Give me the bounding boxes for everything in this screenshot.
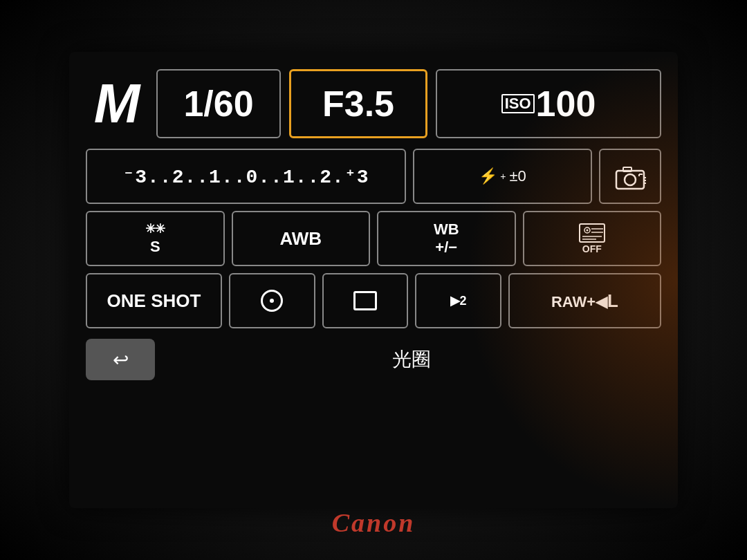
flash-icon: ⚡ [479,167,497,185]
camera-screen: M 1/60 F3.5 ISO 100 ⁻3..2..1..0..1..2.⁺3… [69,52,678,508]
back-button[interactable]: ↩ [86,339,155,380]
flash-icon-plus: + [500,171,506,182]
image-quality-cell[interactable]: RAW+◀L [508,273,661,328]
iso-label: ISO [501,94,535,113]
svg-point-10 [586,229,588,231]
picture-style-icon: OFF [579,223,605,254]
exposure-scale-value: ⁻3..2..1..0..1..2.⁺3 [122,165,369,188]
row-bottom: ↩ 光圈 [86,335,661,384]
shutter-speed-cell[interactable]: 1/60 [156,69,281,138]
metering-cell[interactable] [229,273,315,328]
scene-icon: ✳✳ S [145,221,165,256]
wb-adj-cell[interactable]: WB+/− [377,211,516,266]
flash-comp-value: ±0 [509,167,526,185]
focus-mode-value: ONE SHOT [107,290,201,312]
row-wb-settings: ✳✳ S AWB WB+/− [86,211,661,266]
drive-mode-cell[interactable] [322,273,409,328]
svg-point-1 [625,174,636,185]
iso-cell[interactable]: ISO 100 [436,69,661,138]
awb-value: AWB [279,228,322,250]
camera-body: M 1/60 F3.5 ISO 100 ⁻3..2..1..0..1..2.⁺3… [0,0,747,560]
row-shoot-settings: ONE SHOT ▶2 RAW+◀L [86,273,661,328]
canon-logo: Canon [332,507,416,538]
row-exposure-settings: M 1/60 F3.5 ISO 100 [86,66,661,142]
flash-comp-cell[interactable]: ⚡ + ±0 [413,149,592,204]
awb-cell[interactable]: AWB [232,211,371,266]
focus-mode-cell[interactable]: ONE SHOT [86,273,222,328]
camera-icon [613,162,647,190]
drive-icon [353,291,377,310]
af-point-value: ▶2 [450,293,467,308]
svg-rect-2 [623,167,631,171]
aperture-label-cn: 光圈 [162,346,661,373]
aperture-cell[interactable]: F3.5 [289,69,427,138]
camera-mode-cell[interactable] [599,149,661,204]
scene-cell[interactable]: ✳✳ S [86,211,225,266]
iso-value: 100 [536,83,596,124]
exposure-scale-cell[interactable]: ⁻3..2..1..0..1..2.⁺3 [86,149,406,204]
metering-icon [261,290,283,312]
picture-style-off: OFF [582,243,602,254]
image-quality-value: RAW+◀L [551,290,618,312]
af-point-cell[interactable]: ▶2 [415,273,501,328]
wb-adj-value: WB+/− [434,221,459,257]
picture-style-cell[interactable]: OFF [523,211,662,266]
row-exposure-comp: ⁻3..2..1..0..1..2.⁺3 ⚡ + ±0 [86,149,661,204]
aperture-value: F3.5 [322,83,394,124]
shooting-mode[interactable]: M [86,76,148,131]
shutter-speed-value: 1/60 [183,83,253,124]
